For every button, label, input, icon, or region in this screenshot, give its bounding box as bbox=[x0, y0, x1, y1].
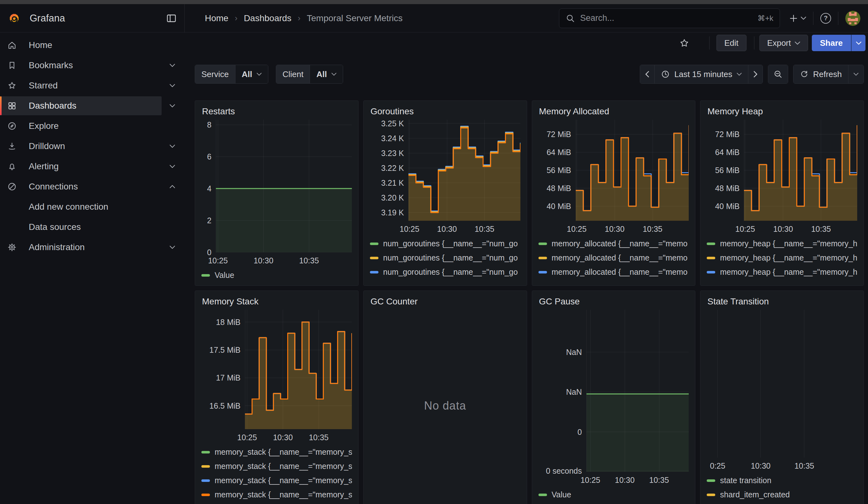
share-button[interactable]: Share bbox=[812, 35, 851, 51]
legend-item[interactable]: memory_allocated {__name__="memo bbox=[538, 279, 689, 282]
sidebar-item-explore[interactable]: Explore bbox=[0, 116, 185, 136]
no-data-chart: No data bbox=[370, 310, 520, 502]
legend-item[interactable]: memory_stack {__name__="memory_s bbox=[202, 473, 352, 487]
user-avatar[interactable] bbox=[845, 11, 860, 26]
time-shift-back-button[interactable] bbox=[640, 65, 654, 83]
legend-item[interactable]: memory_heap {__name__="memory_h bbox=[707, 265, 857, 279]
sidebar-item-alerting[interactable]: Alerting bbox=[0, 156, 185, 176]
legend-label: memory_allocated {__name__="memo bbox=[552, 253, 688, 263]
grafana-logo-icon[interactable] bbox=[7, 11, 21, 25]
panel-title[interactable]: State Transition bbox=[707, 297, 857, 307]
share-dropdown-button[interactable] bbox=[851, 35, 866, 51]
legend-item[interactable]: num_goroutines {__name__="num_go bbox=[370, 279, 520, 282]
plot-area[interactable] bbox=[245, 310, 352, 429]
refresh-button[interactable]: Refresh bbox=[794, 65, 848, 83]
breadcrumb-home[interactable]: Home bbox=[205, 13, 228, 23]
x-axis-label: 10:25 bbox=[208, 256, 228, 265]
panel-goroutines: Goroutines 3.19 K3.20 K3.21 K3.22 K3.23 … bbox=[363, 101, 527, 286]
help-icon[interactable]: ? bbox=[820, 13, 831, 24]
plot-area[interactable] bbox=[744, 120, 857, 221]
time-range-picker[interactable]: Last 15 minutes bbox=[654, 65, 748, 83]
legend-item[interactable]: memory_allocated {__name__="memo bbox=[538, 237, 689, 251]
sidebar-item-starred[interactable]: Starred bbox=[0, 75, 185, 96]
panel-gc-pause: GC Pause 0 seconds0NaNNaN10:2510:3010:35… bbox=[532, 290, 696, 504]
app-title: Grafana bbox=[30, 13, 65, 24]
zoom-out-button[interactable] bbox=[768, 65, 788, 84]
plot-area[interactable] bbox=[216, 120, 352, 252]
y-axis-label: 17 MiB bbox=[216, 373, 240, 382]
header-divider bbox=[838, 12, 838, 25]
plot-area[interactable] bbox=[587, 310, 689, 472]
sidebar-item-drilldown[interactable]: Drilldown bbox=[0, 136, 185, 156]
time-shift-forward-button[interactable] bbox=[748, 65, 763, 83]
legend-item[interactable]: shard_item_created bbox=[707, 487, 857, 502]
legend-swatch-icon bbox=[202, 274, 210, 277]
legend-item[interactable]: memory_stack {__name__="memory_s bbox=[202, 459, 352, 473]
refresh-interval-dropdown[interactable] bbox=[848, 65, 864, 83]
legend-item[interactable]: num_goroutines {__name__="num_go bbox=[370, 237, 520, 251]
panel-title[interactable]: Restarts bbox=[202, 106, 352, 116]
panel-title[interactable]: Memory Allocated bbox=[539, 106, 689, 116]
legend-item[interactable]: memory_stack {__name__="memory_s bbox=[202, 445, 352, 459]
edit-button[interactable]: Edit bbox=[716, 35, 746, 51]
sidebar-item-add-new-connection[interactable]: Add new connection bbox=[0, 197, 185, 217]
legend-item[interactable]: memory_heap {__name__="memory_h bbox=[707, 279, 857, 282]
chevron-down-icon bbox=[257, 73, 262, 76]
sidebar-item-bookmarks[interactable]: Bookmarks bbox=[0, 55, 185, 75]
client-filter-value[interactable]: All bbox=[310, 65, 342, 83]
legend-swatch-icon bbox=[538, 271, 547, 274]
plot-area[interactable] bbox=[707, 310, 857, 457]
add-new-button[interactable] bbox=[789, 13, 806, 23]
favorite-star-icon[interactable] bbox=[680, 38, 689, 48]
legend-item[interactable]: num_goroutines {__name__="num_go bbox=[370, 265, 520, 279]
app-header: Grafana Home › Dashboards › Temporal Ser… bbox=[0, 4, 868, 32]
refresh-icon bbox=[800, 70, 809, 79]
export-button[interactable]: Export bbox=[760, 35, 808, 51]
legend-item[interactable]: Value bbox=[538, 487, 689, 502]
chevron-down-icon bbox=[169, 246, 175, 249]
legend-label: num_goroutines {__name__="num_go bbox=[383, 267, 518, 277]
legend-swatch-icon bbox=[370, 243, 379, 245]
sidebar-item-data-sources[interactable]: Data sources bbox=[0, 217, 185, 237]
service-filter[interactable]: Service All bbox=[195, 65, 268, 84]
legend-item[interactable]: num_goroutines {__name__="num_go bbox=[370, 251, 520, 265]
search-shortcut: ⌘+k bbox=[757, 14, 773, 23]
x-axis-label: 10:30 bbox=[254, 256, 273, 265]
x-axis-label: 10:35 bbox=[309, 433, 329, 442]
filter-bar: Service All Client All Last 15 minutes bbox=[195, 65, 864, 84]
plot-area[interactable] bbox=[409, 120, 520, 221]
panel-title[interactable]: Memory Stack bbox=[202, 297, 352, 307]
search-input[interactable]: Search... ⌘+k bbox=[559, 9, 780, 28]
sidebar-item-home[interactable]: Home bbox=[0, 35, 185, 55]
legend-item[interactable]: memory_allocated {__name__="memo bbox=[538, 265, 689, 279]
sidebar-toggle-icon[interactable] bbox=[166, 13, 177, 24]
client-filter[interactable]: Client All bbox=[276, 65, 343, 84]
y-axis-label: 0 bbox=[207, 248, 211, 257]
sidebar-item-dashboards[interactable]: Dashboards bbox=[0, 96, 185, 116]
legend-swatch-icon bbox=[202, 494, 210, 496]
legend-item[interactable]: memory_allocated {__name__="memo bbox=[538, 251, 689, 265]
legend-label: memory_allocated {__name__="memo bbox=[552, 282, 688, 282]
sidebar-item-administration[interactable]: Administration bbox=[0, 237, 185, 257]
legend-item[interactable]: state transition bbox=[707, 473, 857, 487]
legend-item[interactable]: memory_stack {__name__="memory_s bbox=[202, 487, 352, 502]
legend-item[interactable]: memory_heap {__name__="memory_h bbox=[707, 251, 857, 265]
compass-icon bbox=[7, 121, 17, 131]
y-axis-label: 72 MiB bbox=[715, 130, 740, 139]
service-filter-value[interactable]: All bbox=[235, 65, 268, 83]
plot-area[interactable] bbox=[576, 120, 689, 221]
legend-item[interactable]: Value bbox=[202, 268, 352, 282]
x-axis-label: 10:25 bbox=[237, 433, 257, 442]
panel-title[interactable]: GC Pause bbox=[539, 297, 689, 307]
panel-title[interactable]: Memory Heap bbox=[707, 106, 857, 116]
panel-title[interactable]: GC Counter bbox=[371, 297, 520, 307]
gear-icon bbox=[7, 243, 17, 252]
sidebar-item-connections[interactable]: Connections bbox=[0, 176, 185, 197]
toolbar-divider bbox=[709, 36, 710, 50]
y-axis-label: 18 MiB bbox=[216, 317, 240, 327]
home-icon bbox=[7, 40, 17, 50]
panel-title[interactable]: Goroutines bbox=[371, 106, 520, 116]
legend-swatch-icon bbox=[538, 494, 547, 496]
breadcrumb-dashboards[interactable]: Dashboards bbox=[244, 13, 291, 23]
legend-item[interactable]: memory_heap {__name__="memory_h bbox=[707, 237, 857, 251]
